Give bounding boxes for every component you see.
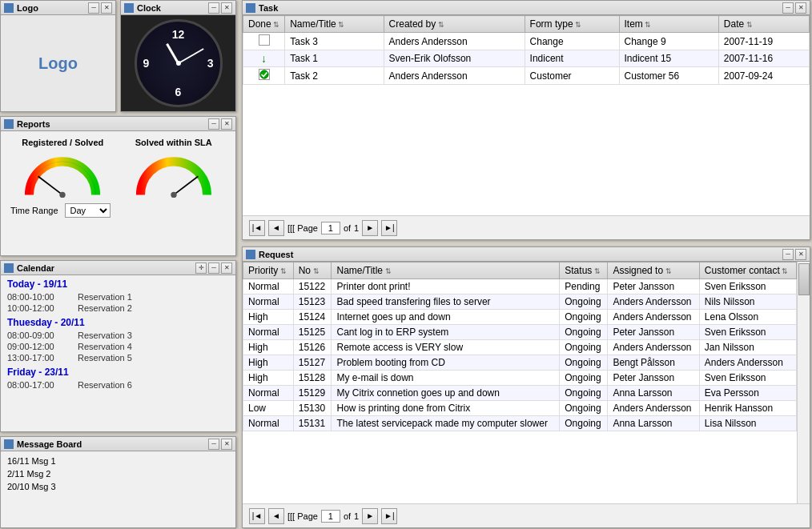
task-total-pages: 1	[354, 223, 359, 233]
task-prev-page-btn[interactable]: ◄	[268, 220, 284, 236]
gauge2-label: Solved within SLA	[135, 138, 212, 147]
request-col-assigned[interactable]: Assigned to	[608, 262, 699, 279]
request-minimize-btn[interactable]: ─	[782, 249, 794, 260]
logo-close-btn[interactable]: ✕	[101, 2, 112, 14]
scrollbar-thumb[interactable]	[798, 263, 810, 295]
gauge1-container: Registered / Solved	[18, 138, 107, 198]
req-no: 15128	[293, 371, 332, 386]
request-first-page-btn[interactable]: |◄	[249, 508, 265, 524]
gauge2-svg	[130, 150, 218, 198]
task-col-name[interactable]: Name/Title	[285, 16, 384, 33]
table-row: High 15128 My e-mail is down Ongoing Pet…	[243, 371, 797, 386]
task-date: 2007-09-24	[718, 67, 809, 85]
calendar-close-btn[interactable]: ✕	[221, 262, 232, 274]
req-name: How is printing done from Citrix	[332, 401, 560, 416]
task-col-done[interactable]: Done	[243, 16, 285, 33]
task-page-input[interactable]	[321, 222, 340, 234]
calendar-section-today: Today - 19/11 08:00-10:00 Reservation 1 …	[7, 279, 229, 314]
request-next-page-btn[interactable]: ►	[362, 508, 378, 524]
checkmark-icon	[259, 69, 269, 80]
checkbox-checked[interactable]	[259, 69, 270, 80]
list-item: 08:00-10:00 Reservation 1	[7, 291, 229, 303]
request-prev-page-btn[interactable]: ◄	[268, 508, 284, 524]
req-name: Remote access is VERY slow	[332, 340, 560, 355]
req-assigned: Peter Jansson	[608, 371, 699, 386]
message-board-panel: Message Board ─ ✕ 16/11 Msg 1 2/11 Msg 2…	[0, 436, 236, 528]
logo-minimize-btn[interactable]: ─	[88, 2, 99, 14]
message-close-btn[interactable]: ✕	[221, 439, 232, 450]
task-panel: Task ─ ✕ Done Name/Title Created by Form…	[242, 0, 810, 240]
logo-panel-title: Logo	[4, 3, 38, 13]
request-page-input[interactable]	[321, 510, 340, 523]
task-minimize-btn[interactable]: ─	[782, 2, 794, 14]
request-last-page-btn[interactable]: ►|	[381, 508, 397, 524]
calendar-day-friday: Friday - 23/11	[7, 367, 229, 378]
clock-close-btn[interactable]: ✕	[221, 2, 232, 14]
request-panel: Request ─ ✕ Priority No Name/Title Statu…	[242, 246, 810, 528]
req-status: Ongoing	[560, 340, 608, 355]
list-item: 13:00-17:00 Reservation 5	[7, 352, 229, 363]
request-col-contact[interactable]: Customer contact	[699, 262, 796, 279]
task-done-cell[interactable]	[243, 67, 285, 85]
request-panel-title: Request	[246, 250, 293, 259]
logo-panel-controls: ─ ✕	[88, 2, 112, 14]
task-col-created[interactable]: Created by	[384, 16, 525, 33]
request-col-status[interactable]: Status	[560, 262, 608, 279]
req-no: 15127	[293, 355, 332, 371]
table-row: Normal 15129 My Citrix connetion goes up…	[243, 386, 797, 401]
task-close-btn[interactable]: ✕	[795, 2, 806, 14]
task-item: Customer 56	[619, 67, 718, 85]
event-time: 13:00-17:00	[7, 353, 71, 363]
task-first-page-btn[interactable]: |◄	[249, 220, 265, 236]
req-priority: High	[243, 340, 294, 355]
req-no: 15123	[293, 295, 332, 310]
reports-close-btn[interactable]: ✕	[221, 118, 232, 130]
request-col-name[interactable]: Name/Title	[332, 262, 560, 279]
calendar-move-btn[interactable]: ✛	[195, 262, 207, 274]
req-status: Ongoing	[560, 325, 608, 340]
task-done-cell[interactable]	[243, 33, 285, 50]
request-col-no[interactable]: No	[293, 262, 332, 279]
clock-number-6: 6	[175, 86, 182, 98]
time-range-select[interactable]: Day Week Month	[65, 203, 111, 218]
req-name: Cant log in to ERP system	[332, 325, 560, 340]
request-col-priority[interactable]: Priority	[243, 262, 294, 279]
table-row: High 15127 Problem booting from CD Ongoi…	[243, 355, 797, 371]
table-row: Normal 15122 Printer dont print! Pending…	[243, 279, 797, 295]
task-col-item[interactable]: Item	[619, 16, 718, 33]
req-name: Internet goes up and down	[332, 310, 560, 325]
clock-minimize-btn[interactable]: ─	[208, 2, 219, 14]
checkbox-empty[interactable]	[259, 34, 270, 46]
task-pagination-bar: |◄ ◄ [[[ Page of 1 ► ►|	[243, 215, 810, 239]
event-name: Reservation 1	[78, 292, 132, 302]
request-close-btn[interactable]: ✕	[795, 249, 806, 260]
event-time: 09:00-12:00	[7, 342, 71, 351]
message-minimize-btn[interactable]: ─	[208, 439, 219, 450]
task-last-page-btn[interactable]: ►|	[381, 220, 397, 236]
req-no: 15126	[293, 340, 332, 355]
task-created-by: Anders Andersson	[384, 67, 525, 85]
task-next-page-btn[interactable]: ►	[362, 220, 378, 236]
task-page-label: [[[ Page	[287, 223, 318, 233]
task-created-by: Sven-Erik Olofsson	[384, 50, 525, 67]
reports-icon	[4, 119, 14, 129]
req-contact: Henrik Hansson	[699, 401, 796, 416]
task-col-form[interactable]: Form type	[525, 16, 619, 33]
calendar-minimize-btn[interactable]: ─	[208, 262, 219, 274]
request-of-label: of	[344, 511, 351, 521]
reports-minimize-btn[interactable]: ─	[208, 118, 219, 130]
request-scrollbar[interactable]	[797, 262, 810, 503]
list-item: 20/10 Msg 3	[7, 480, 229, 493]
task-panel-title: Task	[246, 3, 278, 13]
logo-panel: Logo ─ ✕ Logo	[0, 0, 116, 112]
req-no: 15129	[293, 386, 332, 401]
task-done-cell[interactable]: ↓	[243, 50, 285, 67]
logo-panel-header: Logo ─ ✕	[1, 1, 115, 15]
req-assigned: Peter Jansson	[608, 325, 699, 340]
calendar-panel-title: Calendar	[4, 263, 54, 273]
task-col-date[interactable]: Date	[718, 16, 809, 33]
req-assigned: Anna Larsson	[608, 416, 699, 431]
task-panel-controls: ─ ✕	[782, 2, 806, 14]
req-contact: Lisa Nilsson	[699, 416, 796, 431]
req-status: Ongoing	[560, 416, 608, 431]
